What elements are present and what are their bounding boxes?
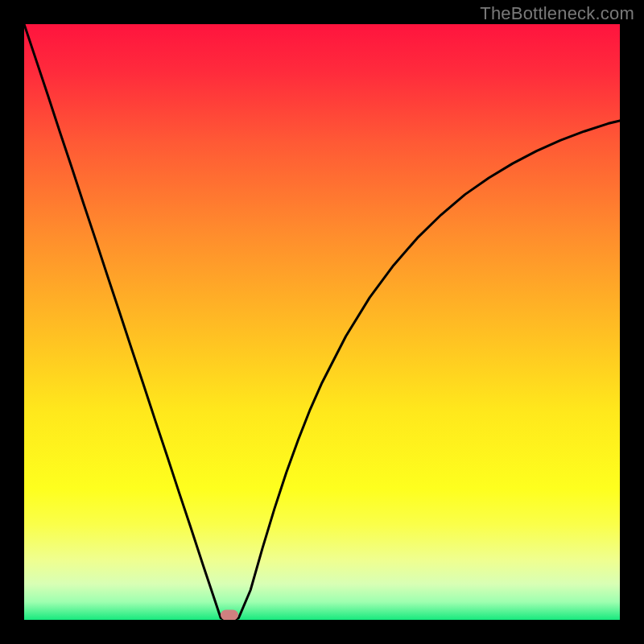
watermark-text: TheBottleneck.com <box>480 3 634 24</box>
bottleneck-curve <box>24 24 620 620</box>
chart-frame: TheBottleneck.com <box>0 0 644 644</box>
optimal-marker <box>221 610 238 621</box>
plot-area <box>24 24 620 620</box>
